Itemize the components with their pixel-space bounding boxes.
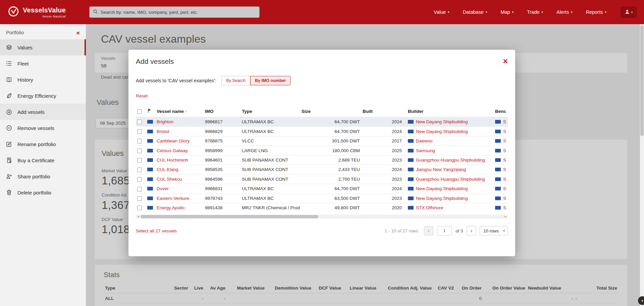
vessel-flag-icon (147, 196, 153, 200)
row-checkbox[interactable] (137, 120, 142, 124)
page-number-input[interactable] (437, 226, 452, 235)
vessel-name-link[interactable]: Caribbean Glory (157, 138, 190, 143)
builder-link[interactable]: Samsung (416, 148, 435, 153)
builder-link[interactable]: STX Offshore (416, 205, 443, 210)
builder-link[interactable]: Daewoo (416, 138, 433, 143)
vessel-name-link[interactable]: CUL Hochiminh (157, 158, 188, 163)
nav-item[interactable]: Value (434, 9, 449, 15)
rows-per-page-select[interactable]: 10 rows (480, 226, 508, 235)
vessel-row[interactable]: CUL Hochiminh 9964601 SUB PANAMAX CONT 2… (136, 155, 508, 165)
sidebar-item[interactable]: Delete portfolio (0, 184, 86, 201)
row-checkbox[interactable] (137, 129, 142, 134)
row-checkbox[interactable] (137, 158, 142, 163)
vessel-row[interactable]: Dover 9966831 ULTRAMAX BC 64,700 DWT 202… (136, 184, 508, 193)
row-checkbox[interactable] (137, 177, 142, 182)
horizontal-scrollbar[interactable]: ◂ ▸ (136, 215, 508, 219)
horizontal-scrollbar-thumb[interactable] (141, 215, 318, 218)
vessel-name-link[interactable]: CUL Shekou (157, 177, 182, 182)
search-input[interactable] (101, 10, 256, 15)
benchmark-link[interactable]: S (503, 205, 506, 210)
column-header-type[interactable]: Type (240, 105, 300, 117)
vessel-name-link[interactable]: Celsius Galway (157, 148, 188, 153)
row-checkbox[interactable] (137, 187, 142, 191)
vessel-row[interactable]: Eastern Venture 9978743 ULTRAMAX BC 63,5… (136, 193, 508, 203)
benchmark-link[interactable]: S (503, 138, 506, 143)
add-mode-tab[interactable]: By Search (221, 76, 250, 85)
next-page-button[interactable]: › (467, 226, 476, 235)
scroll-right-icon[interactable]: ▸ (503, 215, 508, 219)
benchmark-link[interactable]: S (503, 167, 506, 172)
vessel-size: 2,700 TEU (300, 174, 361, 184)
prev-page-button[interactable]: ‹ (424, 226, 433, 235)
builder-link[interactable]: Guangzhou Huangpu Shipbuilding (416, 177, 485, 182)
vessel-row[interactable]: CUL Shekou 9964596 SUB PANAMAX CONT 2,70… (136, 174, 508, 184)
builder-link[interactable]: New Dayang Shipbuilding (416, 119, 468, 124)
vessel-name-link[interactable]: Dover (157, 186, 169, 191)
page-scrollbar[interactable]: ▾ (640, 24, 644, 306)
sidebar-item[interactable]: Share portfolio (0, 168, 86, 184)
select-all-checkbox[interactable] (137, 109, 142, 114)
sort-desc-icon: ↓ (185, 108, 187, 113)
nav-item[interactable]: Trade (527, 9, 543, 15)
benchmark-link[interactable]: S (503, 186, 506, 191)
row-checkbox[interactable] (137, 196, 142, 201)
sidebar-item[interactable]: Energy Efficiency (0, 88, 86, 104)
column-header-benchmark[interactable]: Benc (490, 105, 508, 117)
sidebar-item[interactable]: Values (0, 39, 86, 55)
vessel-size: 64,700 DWT (300, 184, 361, 193)
vesselsvalue-logo[interactable]: VesselsValue Veson Nautical (7, 5, 66, 19)
builder-link[interactable]: New Dayang Shipbuilding (416, 196, 468, 201)
vessel-built: 2017 (361, 136, 403, 145)
add-mode-tab[interactable]: By IMO number (250, 76, 290, 85)
builder-link[interactable]: Jiangsu New Yangzijiang (416, 167, 466, 172)
nav-item[interactable]: Alerts (556, 9, 573, 15)
close-icon[interactable]: × (503, 57, 508, 65)
benchmark-link[interactable]: S (503, 148, 506, 153)
vessel-built: 2023 (361, 174, 403, 184)
vessel-name-link[interactable]: Brighton (157, 119, 173, 124)
row-checkbox[interactable] (137, 168, 142, 172)
column-header-builder[interactable]: Builder (403, 105, 490, 117)
benchmark-link[interactable]: S (503, 196, 506, 201)
select-all-link[interactable]: Select all 27 vessels (136, 228, 177, 233)
vessel-name-link[interactable]: Eastern Venture (157, 196, 189, 201)
row-checkbox[interactable] (137, 148, 142, 153)
sidebar-item[interactable]: Fleet (0, 55, 86, 72)
vessel-row[interactable]: CUL Klang 9958535 SUB PANAMAX CONT 2,433… (136, 165, 508, 174)
sidebar-item[interactable]: History (0, 72, 86, 88)
builder-link[interactable]: New Dayang Shipbuilding (416, 186, 468, 191)
vessel-name-link[interactable]: Energy Apollo (157, 205, 184, 210)
sidebar-item[interactable]: Remove vessels (0, 120, 86, 136)
nav-item[interactable]: Map (500, 9, 514, 15)
sidebar-item[interactable]: Buy a Certificate (0, 152, 86, 168)
collapse-sidebar-icon[interactable]: « (76, 29, 80, 36)
scroll-left-icon[interactable]: ◂ (136, 215, 141, 219)
row-checkbox[interactable] (137, 139, 142, 143)
vessel-row[interactable]: Bristol 9966829 ULTRAMAX BC 64,700 DWT 2… (136, 127, 508, 136)
benchmark-link[interactable]: S (503, 177, 506, 182)
row-checkbox[interactable] (137, 206, 142, 210)
vessel-row[interactable]: Brighton 9966817 ULTRAMAX BC 64,700 DWT … (136, 117, 508, 127)
column-header-imo[interactable]: IMO (204, 105, 240, 117)
vessel-row[interactable]: Celsius Galway 9958999 LARGE LNG 180,000… (136, 146, 508, 155)
benchmark-link[interactable]: S (503, 119, 506, 124)
sidebar-item[interactable]: Rename portfolio (0, 136, 86, 152)
user-menu-button[interactable]: ▾ (621, 7, 637, 18)
vessel-name-link[interactable]: CUL Klang (157, 167, 178, 172)
benchmark-link[interactable]: S (503, 158, 506, 163)
page-scrollbar-thumb[interactable] (640, 25, 644, 136)
builder-link[interactable]: Guangzhou Huangpu Shipbuilding (416, 158, 485, 163)
column-header-vessel-name[interactable]: Vessel name↓ (155, 105, 204, 117)
vessel-row[interactable]: Energy Apollo 9891438 MR2 TNKR (Chemical… (136, 203, 508, 212)
benchmark-link[interactable]: S (503, 129, 506, 134)
builder-link[interactable]: New Dayang Shipbuilding (416, 129, 468, 134)
sidebar-item[interactable]: Add vessels (0, 104, 86, 120)
vessel-flag-icon (147, 187, 153, 190)
reset-link[interactable]: Reset (136, 93, 148, 98)
vessel-name-link[interactable]: Bristol (157, 129, 169, 134)
nav-item[interactable]: Database (463, 9, 487, 15)
vessel-row[interactable]: Caribbean Glory 9788875 VLCC 301,500 DWT… (136, 136, 508, 145)
nav-item[interactable]: Reports (586, 9, 606, 15)
column-header-built[interactable]: Built (361, 105, 403, 117)
column-header-size[interactable]: Size (300, 105, 361, 117)
